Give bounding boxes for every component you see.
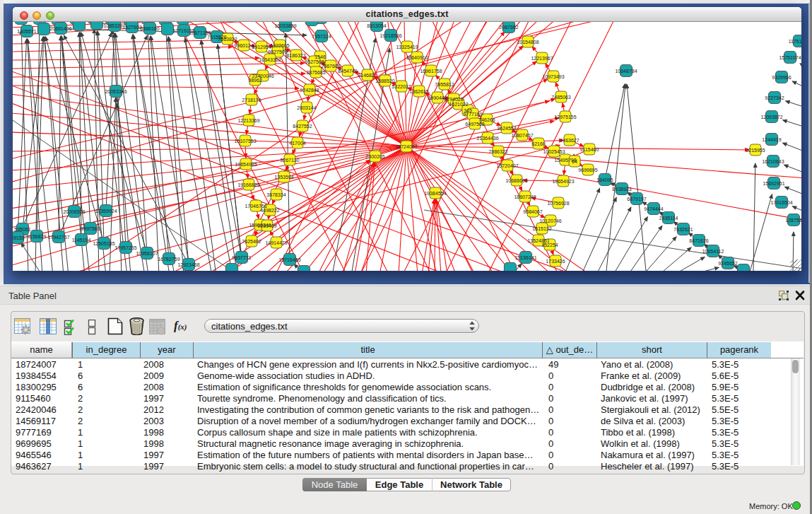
svg-text:7955812: 7955812: [435, 82, 454, 87]
svg-text:9463627: 9463627: [560, 138, 579, 143]
svg-text:8454749: 8454749: [338, 69, 357, 74]
svg-text:1588520: 1588520: [375, 78, 394, 83]
svg-text:10120746: 10120746: [539, 218, 561, 223]
svg-text:9093469: 9093469: [257, 223, 276, 228]
svg-text:1733426: 1733426: [546, 259, 565, 264]
svg-text:5322605: 5322605: [270, 43, 289, 48]
svg-text:15136141: 15136141: [514, 255, 536, 260]
svg-text:3878334: 3878334: [266, 192, 286, 197]
svg-text:3624554: 3624554: [497, 126, 516, 131]
svg-text:9827509: 9827509: [268, 49, 287, 54]
svg-text:8938923: 8938923: [612, 187, 631, 192]
svg-text:39159: 39159: [13, 235, 25, 240]
svg-text:6794028: 6794028: [444, 97, 463, 102]
svg-text:1353594: 1353594: [274, 175, 293, 180]
svg-text:18607249: 18607249: [514, 194, 536, 199]
svg-text:417004: 417004: [289, 141, 305, 146]
svg-text:17359924: 17359924: [95, 209, 117, 214]
svg-text:1244419: 1244419: [762, 137, 781, 142]
svg-text:2087682: 2087682: [499, 25, 518, 30]
svg-text:1527602: 1527602: [122, 25, 141, 30]
svg-text:16782759: 16782759: [158, 257, 180, 262]
svg-text:1615132: 1615132: [532, 226, 551, 231]
svg-text:9146821: 9146821: [358, 73, 377, 78]
svg-text:2867608: 2867608: [321, 64, 340, 69]
svg-text:10756928: 10756928: [547, 201, 569, 206]
svg-text:9084067: 9084067: [523, 209, 542, 214]
svg-text:152254: 152254: [541, 243, 558, 247]
svg-text:9960124: 9960124: [234, 43, 253, 48]
svg-text:8471676: 8471676: [689, 238, 708, 243]
svg-text:12093872: 12093872: [760, 115, 782, 119]
svg-text:3215955: 3215955: [746, 148, 765, 153]
svg-text:15692951: 15692951: [763, 181, 784, 186]
svg-text:8912954: 8912954: [252, 45, 271, 49]
svg-text:1145194: 1145194: [72, 238, 91, 243]
svg-text:16210643: 16210643: [762, 159, 784, 164]
svg-text:2300205: 2300205: [365, 154, 384, 159]
svg-text:9329966: 9329966: [772, 75, 791, 80]
svg-text:8427552: 8427552: [293, 124, 312, 129]
svg-text:4498222: 4498222: [260, 208, 279, 213]
svg-text:10973493: 10973493: [542, 74, 564, 79]
svg-text:7632621: 7632621: [673, 227, 693, 232]
svg-text:1405571: 1405571: [17, 29, 36, 34]
svg-text:3875685: 3875685: [306, 70, 325, 75]
svg-text:1362615: 1362615: [409, 89, 428, 94]
svg-text:14914479: 14914479: [265, 240, 287, 245]
svg-text:7663822: 7663822: [218, 37, 237, 42]
svg-text:9997586: 9997586: [81, 226, 100, 231]
svg-text:7485063: 7485063: [551, 95, 570, 100]
svg-text:10025453: 10025453: [543, 149, 565, 154]
svg-text:8186323: 8186323: [286, 53, 305, 58]
svg-text:19654985: 19654985: [235, 162, 257, 167]
svg-text:17942757: 17942757: [47, 235, 69, 240]
svg-text:10154808: 10154808: [517, 40, 539, 45]
svg-text:3267130: 3267130: [280, 158, 299, 163]
svg-text:9657771: 9657771: [232, 255, 251, 260]
svg-text:11751074: 11751074: [789, 39, 801, 44]
svg-text:20053346: 20053346: [105, 89, 126, 94]
svg-text:13325419: 13325419: [396, 45, 418, 49]
svg-text:9227342: 9227342: [765, 95, 784, 100]
svg-text:12505185: 12505185: [93, 241, 114, 246]
svg-text:98962: 98962: [248, 78, 262, 83]
svg-text:10807467: 10807467: [511, 133, 533, 138]
svg-text:64: 64: [572, 159, 577, 164]
svg-text:12975155: 12975155: [554, 115, 576, 119]
svg-text:18640910: 18640910: [406, 55, 428, 60]
svg-text:128753: 128753: [785, 218, 801, 223]
svg-text:1546: 1546: [314, 54, 326, 59]
svg-text:7957224: 7957224: [312, 34, 331, 39]
svg-text:9699695: 9699695: [578, 168, 597, 173]
svg-text:21364436: 21364436: [476, 136, 498, 141]
svg-text:9242848: 9242848: [300, 88, 319, 93]
svg-text:19654923: 19654923: [552, 179, 574, 184]
svg-text:7625402: 7625402: [242, 239, 261, 244]
svg-text:15716485: 15716485: [278, 257, 300, 262]
svg-text:2935114: 2935114: [659, 216, 678, 221]
svg-text:10648784: 10648784: [615, 69, 637, 74]
svg-text:18724007: 18724007: [395, 144, 417, 149]
svg-text:9777169: 9777169: [463, 112, 482, 117]
svg-text:1156829: 1156829: [28, 234, 47, 239]
svg-text:6466160: 6466160: [140, 26, 159, 31]
svg-text:8813054: 8813054: [367, 23, 386, 28]
svg-text:9245652: 9245652: [718, 261, 737, 266]
svg-text:20691406: 20691406: [49, 26, 71, 31]
svg-text:12923468: 12923468: [177, 262, 199, 267]
svg-text:6879197: 6879197: [627, 197, 646, 201]
svg-text:5322037: 5322037: [392, 84, 411, 89]
svg-text:15720407: 15720407: [496, 163, 518, 168]
svg-text:2718176: 2718176: [242, 98, 261, 103]
svg-text:9474444: 9474444: [644, 206, 663, 211]
svg-text:164095: 164095: [596, 177, 613, 182]
svg-text:17957255: 17957255: [114, 245, 136, 250]
svg-text:19218506: 19218506: [379, 33, 401, 38]
svg-text:17016504: 17016504: [770, 200, 792, 205]
svg-text:535061: 535061: [14, 227, 30, 232]
svg-text:16033809: 16033809: [274, 23, 296, 28]
svg-text:16961758: 16961758: [420, 69, 442, 74]
svg-text:7986322: 7986322: [488, 149, 507, 154]
svg-text:12213967: 12213967: [531, 56, 553, 61]
